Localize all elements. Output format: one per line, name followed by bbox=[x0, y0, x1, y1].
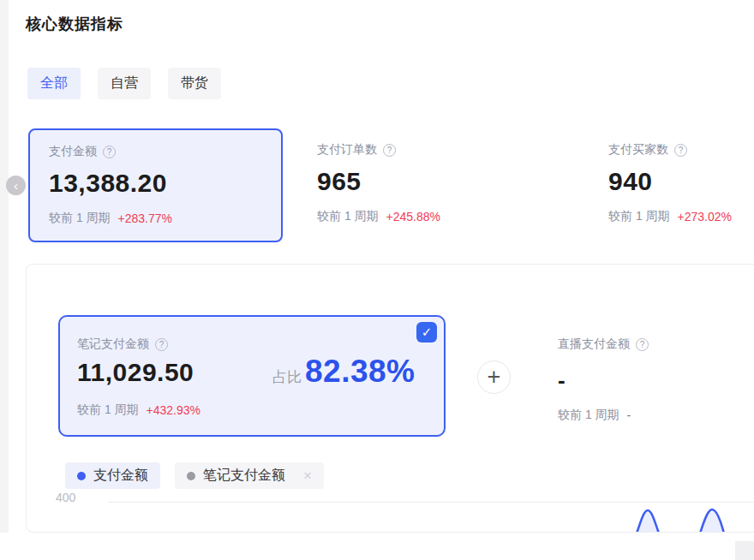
metric-label: 直播支付金额 bbox=[558, 337, 630, 352]
page-title: 核心数据指标 bbox=[26, 14, 123, 34]
metric-label: 笔记支付金额 bbox=[77, 337, 149, 352]
scope-tabs: 全部 自营 带货 bbox=[27, 68, 221, 99]
metric-label: 支付金额 bbox=[49, 144, 97, 159]
metric-card-payment-buyers[interactable]: 支付买家数 ? 940 较前 1 周期 +273.02% bbox=[608, 128, 754, 242]
help-icon[interactable]: ? bbox=[636, 338, 649, 351]
breakdown-chart-panel: ✓ 笔记支付金额 ? 11,029.50 占比 82.38% 较前 1 周期 +… bbox=[26, 264, 754, 533]
delta-value: +432.93% bbox=[147, 403, 200, 417]
checkbox-checked[interactable]: ✓ bbox=[416, 322, 437, 343]
breakdown-card-live-payment[interactable]: 直播支付金额 ? - 较前 1 周期 - bbox=[558, 337, 746, 423]
left-edge-strip bbox=[0, 0, 9, 533]
chevron-left-icon: ‹ bbox=[14, 178, 18, 193]
compare-label: 较前 1 周期 bbox=[317, 209, 379, 224]
gridline bbox=[108, 502, 754, 503]
question-glyph: ? bbox=[640, 340, 645, 349]
metric-value: 13,388.20 bbox=[49, 169, 274, 198]
chart-legend: 支付金额 笔记支付金额 × bbox=[65, 462, 324, 489]
delta-value: +273.02% bbox=[678, 210, 732, 223]
help-icon[interactable]: ? bbox=[103, 146, 116, 158]
question-glyph: ? bbox=[107, 147, 112, 157]
share-label: 占比 bbox=[272, 367, 302, 387]
legend-label: 支付金额 bbox=[93, 467, 148, 485]
question-glyph: ? bbox=[679, 146, 684, 155]
tab-all[interactable]: 全部 bbox=[27, 68, 81, 99]
check-icon: ✓ bbox=[422, 325, 433, 340]
legend-item-note-payment[interactable]: 笔记支付金额 × bbox=[175, 462, 324, 489]
question-glyph: ? bbox=[387, 146, 392, 155]
metric-card-payment-orders[interactable]: 支付订单数 ? 965 较前 1 周期 +245.88% bbox=[317, 128, 548, 242]
help-icon[interactable]: ? bbox=[155, 338, 168, 351]
compare-label: 较前 1 周期 bbox=[608, 209, 670, 224]
share-row: 占比 82.38% bbox=[272, 354, 416, 390]
metric-value: 940 bbox=[608, 167, 754, 196]
legend-label: 笔记支付金额 bbox=[203, 467, 285, 485]
tab-affiliate[interactable]: 带货 bbox=[168, 68, 221, 99]
metric-label: 支付订单数 bbox=[317, 142, 377, 158]
delta-value: +245.88% bbox=[386, 210, 440, 223]
compare-label: 较前 1 周期 bbox=[558, 408, 619, 423]
compare-label: 较前 1 周期 bbox=[49, 211, 111, 226]
tab-self-operated[interactable]: 自营 bbox=[98, 68, 151, 99]
metric-label: 支付买家数 bbox=[608, 142, 668, 158]
legend-item-payment-amount[interactable]: 支付金额 bbox=[65, 462, 160, 489]
help-icon[interactable]: ? bbox=[674, 144, 687, 157]
scroll-left-button[interactable]: ‹ bbox=[6, 176, 26, 195]
breakdown-card-note-payment[interactable]: ✓ 笔记支付金额 ? 11,029.50 占比 82.38% 较前 1 周期 +… bbox=[58, 315, 446, 437]
question-glyph: ? bbox=[159, 340, 165, 349]
metric-value: - bbox=[558, 367, 746, 394]
share-value: 82.38% bbox=[305, 354, 416, 390]
add-metric-button[interactable]: + bbox=[477, 360, 511, 394]
y-axis-tick-400: 400 bbox=[56, 491, 75, 504]
scroll-corner-block bbox=[735, 541, 754, 560]
metric-value: 11,029.50 bbox=[77, 358, 194, 387]
delta-value: - bbox=[627, 408, 631, 422]
delta-value: +283.77% bbox=[118, 211, 172, 225]
legend-dot-blue bbox=[77, 472, 86, 480]
close-icon[interactable]: × bbox=[303, 468, 312, 483]
metric-value: 965 bbox=[317, 167, 542, 196]
help-icon[interactable]: ? bbox=[383, 144, 396, 157]
compare-label: 较前 1 周期 bbox=[77, 402, 139, 418]
plus-icon: + bbox=[488, 364, 501, 390]
metric-card-payment-amount[interactable]: 支付金额 ? 13,388.20 较前 1 周期 +283.77% bbox=[28, 128, 283, 242]
legend-dot-gray bbox=[187, 472, 195, 480]
